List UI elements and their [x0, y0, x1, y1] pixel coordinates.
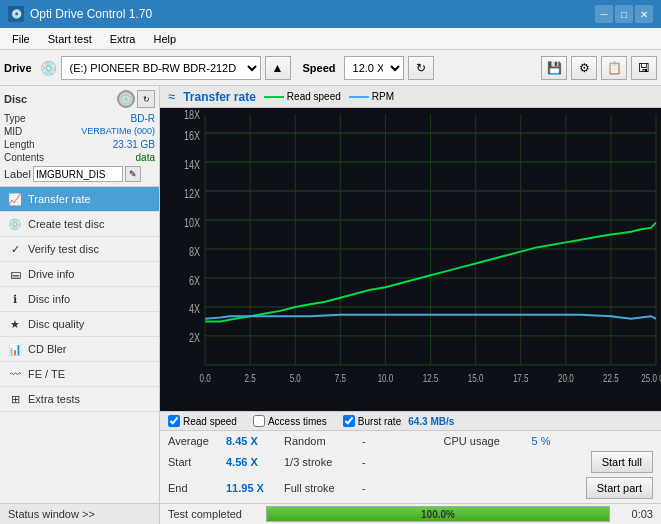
drive-label: Drive	[4, 62, 32, 74]
svg-text:2.5: 2.5	[245, 373, 256, 384]
svg-text:10X: 10X	[184, 215, 200, 229]
disc-contents-row: Contents data	[4, 151, 155, 164]
start-label: Start	[168, 456, 218, 468]
nav-fe-te[interactable]: 〰 FE / TE	[0, 362, 159, 387]
legend-rpm-label: RPM	[372, 91, 394, 102]
progress-area: Test completed 100.0% 0:03	[160, 503, 661, 524]
start-part-button[interactable]: Start part	[586, 477, 653, 499]
burst-rate-check-item: Burst rate 64.3 MB/s	[343, 415, 455, 427]
read-speed-check-label: Read speed	[183, 416, 237, 427]
burst-rate-checkbox[interactable]	[343, 415, 355, 427]
menu-extra[interactable]: Extra	[102, 31, 144, 47]
nav-disc-quality[interactable]: ★ Disc quality	[0, 312, 159, 337]
read-speed-checkbox[interactable]	[168, 415, 180, 427]
nav-transfer-rate[interactable]: 📈 Transfer rate	[0, 187, 159, 212]
nav-create-test-disc-label: Create test disc	[28, 218, 104, 230]
legend-read-color	[264, 96, 284, 98]
disc-type-row: Type BD-R	[4, 112, 155, 125]
sidebar: Disc 💿 ↻ Type BD-R MID VERBATIMe (000) L…	[0, 86, 160, 524]
nav-verify-test-disc-label: Verify test disc	[28, 243, 99, 255]
disc-length-label: Length	[4, 139, 35, 150]
access-times-checkbox[interactable]	[253, 415, 265, 427]
extra-tests-icon: ⊞	[8, 392, 22, 406]
nav-cd-bler[interactable]: 📊 CD Bler	[0, 337, 159, 362]
stats-area: Average 8.45 X Random - CPU usage 5 % St…	[160, 430, 661, 503]
app-icon: 💿	[8, 6, 24, 22]
nav-disc-info[interactable]: ℹ Disc info	[0, 287, 159, 312]
nav-drive-info-label: Drive info	[28, 268, 74, 280]
menu-start-test[interactable]: Start test	[40, 31, 100, 47]
disc-label-row: Label ✎	[4, 166, 155, 182]
maximize-button[interactable]: □	[615, 5, 633, 23]
menu-bar: File Start test Extra Help	[0, 28, 661, 50]
cpu-usage-label: CPU usage	[444, 435, 524, 447]
disc-label-btn[interactable]: ✎	[125, 166, 141, 182]
chart-area: ≈ Transfer rate Read speed RPM	[160, 86, 661, 524]
menu-help[interactable]: Help	[145, 31, 184, 47]
stroke-value: -	[362, 456, 468, 468]
start-full-button[interactable]: Start full	[591, 451, 653, 473]
menu-file[interactable]: File	[4, 31, 38, 47]
disc-mid-row: MID VERBATIMe (000)	[4, 125, 155, 138]
app-title: Opti Drive Control 1.70	[30, 7, 152, 21]
nav-create-test-disc[interactable]: 💿 Create test disc	[0, 212, 159, 237]
disk-button[interactable]: 🖫	[631, 56, 657, 80]
svg-text:4X: 4X	[189, 302, 200, 316]
save-button[interactable]: 💾	[541, 56, 567, 80]
svg-text:15.0: 15.0	[468, 373, 484, 384]
start-value: 4.56 X	[226, 456, 276, 468]
disc-refresh-button[interactable]: ↻	[137, 90, 155, 108]
settings-button[interactable]: ⚙	[571, 56, 597, 80]
minimize-button[interactable]: ─	[595, 5, 613, 23]
burst-rate-check-label: Burst rate	[358, 416, 401, 427]
drive-icon: 💿	[40, 60, 57, 76]
refresh-button[interactable]: ↻	[408, 56, 434, 80]
disc-type-label: Type	[4, 113, 26, 124]
disc-mid-label: MID	[4, 126, 22, 137]
average-label: Average	[168, 435, 218, 447]
nav-extra-tests[interactable]: ⊞ Extra tests	[0, 387, 159, 412]
chart-controls: Read speed Access times Burst rate 64.3 …	[160, 411, 661, 430]
drive-select[interactable]: (E:) PIONEER BD-RW BDR-212D 1.00	[61, 56, 261, 80]
average-value: 8.45 X	[226, 435, 276, 447]
create-disc-icon: 💿	[8, 217, 22, 231]
full-stroke-label: Full stroke	[284, 482, 354, 494]
disc-panel: Disc 💿 ↻ Type BD-R MID VERBATIMe (000) L…	[0, 86, 159, 187]
chart-svg: 2X 4X 6X 8X 10X 12X 14X 16X 18X 0.0 2.5 …	[160, 108, 661, 411]
disc-label-input[interactable]	[33, 166, 123, 182]
speed-label: Speed	[303, 62, 336, 74]
svg-text:16X: 16X	[184, 128, 200, 142]
speed-select[interactable]: 12.0 X ↓	[344, 56, 404, 80]
svg-text:5.0: 5.0	[290, 373, 301, 384]
svg-text:17.5: 17.5	[513, 373, 529, 384]
svg-text:7.5: 7.5	[335, 373, 346, 384]
svg-text:20.0: 20.0	[558, 373, 574, 384]
legend-rpm-color	[349, 96, 369, 98]
legend-rpm: RPM	[349, 91, 394, 102]
info-button[interactable]: 📋	[601, 56, 627, 80]
disc-info-icon: ℹ	[8, 292, 22, 306]
svg-text:25.0 GB: 25.0 GB	[641, 373, 661, 384]
progress-bar-container: 100.0%	[266, 506, 610, 522]
disc-icon: 💿	[117, 90, 135, 108]
end-value: 11.95 X	[226, 482, 276, 494]
progress-time: 0:03	[618, 508, 653, 520]
fe-te-icon: 〰	[8, 367, 22, 381]
chart-svg-container: 2X 4X 6X 8X 10X 12X 14X 16X 18X 0.0 2.5 …	[160, 108, 661, 411]
disc-type-value: BD-R	[131, 113, 155, 124]
title-bar: 💿 Opti Drive Control 1.70 ─ □ ✕	[0, 0, 661, 28]
nav-verify-test-disc[interactable]: ✓ Verify test disc	[0, 237, 159, 262]
stats-row-2: Start 4.56 X 1/3 stroke - Start full	[168, 449, 653, 475]
disc-contents-value: data	[136, 152, 155, 163]
end-label: End	[168, 482, 218, 494]
svg-text:14X: 14X	[184, 157, 200, 171]
close-button[interactable]: ✕	[635, 5, 653, 23]
access-times-check-label: Access times	[268, 416, 327, 427]
progress-status: Test completed	[168, 508, 258, 520]
full-stroke-value: -	[362, 482, 466, 494]
status-window[interactable]: Status window >>	[0, 503, 159, 524]
eject-button[interactable]: ▲	[265, 56, 291, 80]
nav-drive-info[interactable]: 🖴 Drive info	[0, 262, 159, 287]
stroke-label: 1/3 stroke	[284, 456, 354, 468]
drive-info-icon: 🖴	[8, 267, 22, 281]
